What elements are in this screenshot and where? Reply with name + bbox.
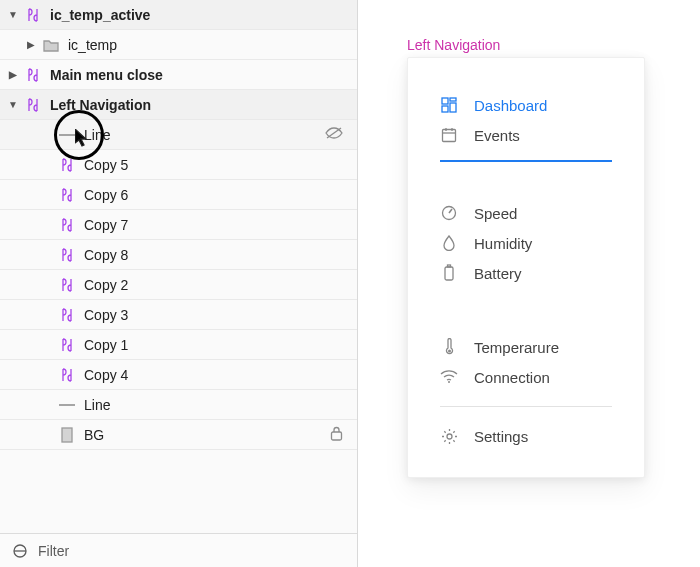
drop-icon bbox=[440, 234, 458, 252]
nav-item-label: Speed bbox=[474, 205, 517, 222]
nav-section-2: Speed Humidity Battery bbox=[440, 198, 612, 288]
nav-item-dashboard[interactable]: Dashboard bbox=[440, 90, 612, 120]
battery-icon bbox=[440, 264, 458, 282]
layers-list: ▼ ic_temp_active ▶ ic_temp ▶ Main menu c… bbox=[0, 0, 357, 533]
disclosure-down-icon: ▼ bbox=[8, 99, 18, 110]
svg-point-19 bbox=[448, 381, 450, 383]
nav-item-label: Dashboard bbox=[474, 97, 547, 114]
layer-label: Line bbox=[84, 397, 110, 413]
folder-icon bbox=[42, 38, 60, 52]
layer-label: ic_temp_active bbox=[50, 7, 150, 23]
symbol-icon bbox=[58, 337, 76, 353]
nav-item-label: Events bbox=[474, 127, 520, 144]
symbol-icon bbox=[58, 247, 76, 263]
left-navigation-artboard[interactable]: Dashboard Events Speed bbox=[407, 57, 645, 478]
nav-item-label: Settings bbox=[474, 428, 528, 445]
layer-group-ic-temp-active[interactable]: ▼ ic_temp_active bbox=[0, 0, 357, 30]
svg-point-15 bbox=[443, 207, 456, 220]
layer-copy-5[interactable]: Copy 5 bbox=[0, 150, 357, 180]
layer-label: Copy 3 bbox=[84, 307, 128, 323]
symbol-icon bbox=[58, 217, 76, 233]
svg-rect-8 bbox=[450, 98, 456, 101]
layer-label: Line bbox=[84, 127, 110, 143]
layer-label: Left Navigation bbox=[50, 97, 151, 113]
app-root: ▼ ic_temp_active ▶ ic_temp ▶ Main menu c… bbox=[0, 0, 700, 567]
symbol-icon bbox=[24, 67, 42, 83]
svg-rect-4 bbox=[332, 432, 342, 440]
layer-copy-8[interactable]: Copy 8 bbox=[0, 240, 357, 270]
filter-bar[interactable]: Filter bbox=[0, 533, 357, 567]
svg-point-20 bbox=[447, 434, 452, 439]
wifi-icon bbox=[440, 368, 458, 386]
svg-rect-9 bbox=[450, 103, 456, 112]
layer-copy-3[interactable]: Copy 3 bbox=[0, 300, 357, 330]
hidden-icon[interactable] bbox=[325, 126, 343, 143]
svg-rect-7 bbox=[442, 98, 448, 104]
layer-folder-ic-temp[interactable]: ▶ ic_temp bbox=[0, 30, 357, 60]
symbol-icon bbox=[58, 307, 76, 323]
svg-rect-3 bbox=[62, 428, 72, 442]
nav-item-label: Battery bbox=[474, 265, 522, 282]
nav-section-1: Dashboard Events bbox=[440, 90, 612, 150]
svg-rect-11 bbox=[443, 130, 456, 142]
filter-label: Filter bbox=[38, 543, 69, 559]
line-icon bbox=[58, 401, 76, 409]
svg-point-18 bbox=[448, 350, 451, 353]
disclosure-down-icon: ▼ bbox=[8, 9, 18, 20]
nav-item-speed[interactable]: Speed bbox=[440, 198, 612, 228]
speed-icon bbox=[440, 204, 458, 222]
nav-item-events[interactable]: Events bbox=[440, 120, 612, 150]
layer-line[interactable]: Line bbox=[0, 120, 357, 150]
divider bbox=[440, 406, 612, 407]
thermometer-icon bbox=[440, 338, 458, 356]
layer-copy-6[interactable]: Copy 6 bbox=[0, 180, 357, 210]
symbol-icon bbox=[58, 187, 76, 203]
nav-item-connection[interactable]: Connection bbox=[440, 362, 612, 392]
layer-label: Copy 8 bbox=[84, 247, 128, 263]
layer-label: Copy 4 bbox=[84, 367, 128, 383]
svg-rect-10 bbox=[442, 106, 448, 112]
calendar-icon bbox=[440, 126, 458, 144]
layer-label: Main menu close bbox=[50, 67, 163, 83]
nav-item-settings[interactable]: Settings bbox=[440, 421, 612, 451]
spacer bbox=[440, 288, 612, 332]
nav-section-3: Temperarure Connection bbox=[440, 332, 612, 392]
filter-icon bbox=[12, 543, 28, 559]
layer-line-2[interactable]: Line bbox=[0, 390, 357, 420]
disclosure-right-icon: ▶ bbox=[26, 39, 36, 50]
nav-section-4: Settings bbox=[440, 421, 612, 451]
component-label[interactable]: Left Navigation bbox=[407, 37, 500, 53]
nav-item-label: Connection bbox=[474, 369, 550, 386]
disclosure-right-icon: ▶ bbox=[8, 69, 18, 80]
layer-label: ic_temp bbox=[68, 37, 117, 53]
layer-copy-2[interactable]: Copy 2 bbox=[0, 270, 357, 300]
symbol-icon bbox=[58, 157, 76, 173]
rect-icon bbox=[58, 427, 76, 443]
nav-item-battery[interactable]: Battery bbox=[440, 258, 612, 288]
layer-group-left-navigation[interactable]: ▼ Left Navigation bbox=[0, 90, 357, 120]
layer-label: Copy 1 bbox=[84, 337, 128, 353]
nav-item-label: Humidity bbox=[474, 235, 532, 252]
svg-rect-16 bbox=[445, 267, 453, 280]
dashboard-icon bbox=[440, 96, 458, 114]
nav-item-temperature[interactable]: Temperarure bbox=[440, 332, 612, 362]
symbol-icon bbox=[58, 277, 76, 293]
layers-panel: ▼ ic_temp_active ▶ ic_temp ▶ Main menu c… bbox=[0, 0, 358, 567]
layer-group-main-menu-close[interactable]: ▶ Main menu close bbox=[0, 60, 357, 90]
line-icon bbox=[58, 131, 76, 139]
symbol-icon bbox=[24, 97, 42, 113]
canvas[interactable]: Left Navigation Dashboard Events bbox=[358, 0, 700, 567]
layer-copy-4[interactable]: Copy 4 bbox=[0, 360, 357, 390]
symbol-icon bbox=[24, 7, 42, 23]
symbol-icon bbox=[58, 367, 76, 383]
layer-label: Copy 7 bbox=[84, 217, 128, 233]
gear-icon bbox=[440, 427, 458, 445]
layer-label: Copy 6 bbox=[84, 187, 128, 203]
layer-label: Copy 2 bbox=[84, 277, 128, 293]
layer-copy-1[interactable]: Copy 1 bbox=[0, 330, 357, 360]
layer-copy-7[interactable]: Copy 7 bbox=[0, 210, 357, 240]
divider-active bbox=[440, 160, 612, 162]
lock-icon[interactable] bbox=[330, 426, 343, 444]
layer-bg[interactable]: BG bbox=[0, 420, 357, 450]
nav-item-humidity[interactable]: Humidity bbox=[440, 228, 612, 258]
